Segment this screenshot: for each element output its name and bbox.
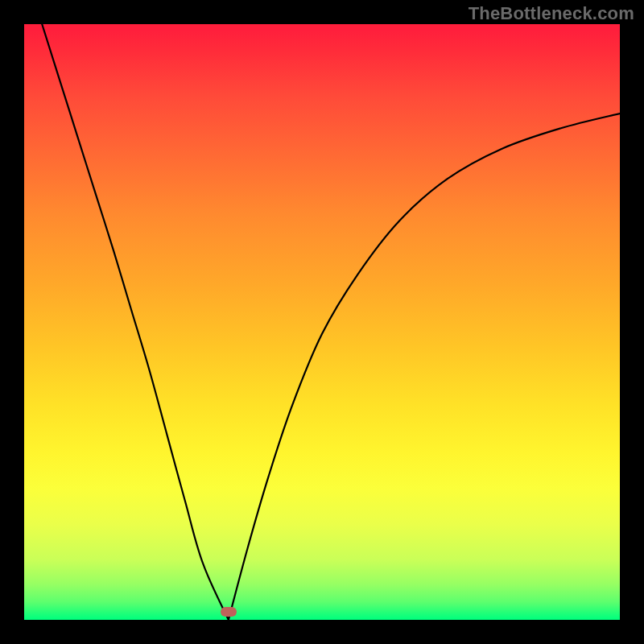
bottleneck-curve	[24, 24, 620, 620]
plot-area	[24, 24, 620, 620]
chart-frame: TheBottleneck.com	[0, 0, 644, 644]
watermark-text: TheBottleneck.com	[469, 3, 634, 24]
optimal-point-marker	[221, 607, 237, 617]
